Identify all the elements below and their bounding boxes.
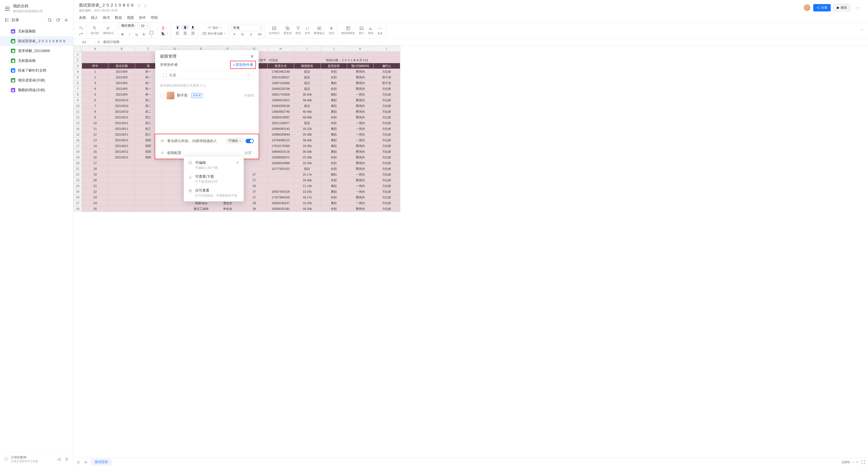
data-cell[interactable]: 两周内 [347, 74, 374, 80]
data-cell[interactable]: 方红昕 [374, 183, 400, 189]
member-checkbox[interactable] [160, 94, 164, 97]
data-cell[interactable]: 离职 [320, 97, 347, 103]
data-cell[interactable]: 在职 [320, 74, 347, 80]
data-cell[interactable]: 22-28k [294, 155, 320, 160]
data-cell[interactable]: 2021/8/12 [108, 143, 135, 149]
data-cell[interactable]: 4 [82, 86, 108, 92]
row-header[interactable]: 27 [74, 200, 82, 206]
data-cell[interactable]: 方红昕 [374, 200, 400, 206]
data-cell[interactable]: 27 [241, 178, 267, 183]
italic-button[interactable]: I [126, 30, 133, 38]
data-cell[interactable]: 16 [82, 155, 108, 160]
table-header-cell[interactable]: 期望薪资 [294, 63, 320, 69]
table-header-cell[interactable]: 面试日期 [108, 63, 135, 69]
refresh-icon[interactable] [56, 18, 60, 22]
add-sheet-icon[interactable] [84, 460, 88, 464]
table-header-cell[interactable]: 邀约人 [374, 63, 400, 69]
row-header[interactable]: 7 [74, 86, 82, 92]
menu-item[interactable]: 格式 [103, 15, 110, 20]
data-cell[interactable]: 17610178360 [267, 143, 294, 149]
data-cell[interactable]: 27 [241, 189, 267, 195]
doc-item[interactable]: ◆无标题脑图 [0, 26, 73, 36]
strike-button[interactable]: S [141, 30, 147, 38]
data-cell[interactable]: 23 [82, 195, 108, 200]
data-cell[interactable]: 方红昕 [374, 149, 400, 155]
data-cell[interactable]: 13777831422 [267, 166, 294, 172]
col-header[interactable]: B [108, 46, 135, 52]
data-cell[interactable]: 2021/8/10 [108, 97, 135, 103]
data-cell[interactable]: 方红昕 [374, 143, 400, 149]
validation-button[interactable]: 数据验证 [312, 26, 327, 36]
data-cell[interactable]: 18621742606 [267, 92, 294, 97]
align-right-button[interactable] [189, 31, 196, 36]
percent-button[interactable]: % [239, 32, 246, 36]
data-cell[interactable]: 一周内 [347, 172, 374, 178]
data-cell[interactable] [135, 178, 161, 183]
plus-icon[interactable] [64, 18, 68, 22]
font-size-select[interactable]: 10▾ [139, 23, 150, 29]
data-cell[interactable]: 方红昕 [374, 172, 400, 178]
data-cell[interactable]: 15 [82, 149, 108, 155]
data-cell[interactable]: 方红昕 [374, 195, 400, 200]
data-cell[interactable]: 一周内 [347, 132, 374, 137]
info-icon[interactable] [4, 457, 8, 462]
perm-config-label[interactable]: 权限配置 [167, 151, 181, 155]
data-cell[interactable] [161, 206, 188, 212]
split-cell-button[interactable]: 拆分单元格▾ [201, 31, 227, 36]
row-header[interactable]: 3 [74, 63, 82, 69]
table-header-cell[interactable]: 预计到岗时间 [347, 63, 374, 69]
data-cell[interactable]: 两周内 [347, 155, 374, 160]
data-cell[interactable] [135, 172, 161, 178]
data-cell[interactable]: 离职 [320, 109, 347, 115]
row-header[interactable]: 2 [74, 57, 82, 63]
row-header[interactable]: 14 [74, 126, 82, 132]
data-cell[interactable]: 28 [241, 200, 267, 206]
valign-bot-button[interactable] [189, 25, 196, 30]
more-toolbar-button[interactable]: ⋯更多 [376, 25, 384, 36]
data-cell[interactable]: 方红昕 [374, 155, 400, 160]
select-all-checkbox[interactable] [163, 73, 167, 77]
add-collaborator-button[interactable]: + 添加协作者 [233, 62, 253, 67]
dropdown-item[interactable]: 仅可查看仅可在线预览，不能复制或下载 [184, 186, 244, 200]
menu-icon[interactable] [5, 7, 10, 11]
data-cell[interactable]: 25 [241, 183, 267, 189]
data-cell[interactable]: 离职 [320, 137, 347, 143]
data-cell[interactable]: 15993258235 [267, 103, 294, 109]
data-cell[interactable] [267, 183, 294, 189]
data-cell[interactable]: 离职 [320, 132, 347, 137]
border-button[interactable]: ▾ [148, 30, 155, 38]
sheet-tab[interactable]: 面试安排 [91, 459, 112, 465]
data-cell[interactable]: 面议 [294, 74, 320, 80]
collaborator-search[interactable] [160, 70, 254, 80]
data-cell[interactable]: 方红昕 [374, 126, 400, 132]
search-input[interactable] [169, 73, 245, 77]
data-cell[interactable]: 2021/8/12 [108, 155, 135, 160]
menu-item[interactable]: 表格 [79, 15, 86, 20]
data-cell[interactable] [108, 195, 135, 200]
star-icon[interactable] [137, 4, 141, 7]
dropdown-item[interactable]: 可查看/下载可下载/复制/打印 [184, 172, 244, 186]
data-cell[interactable]: 方红昕 [374, 178, 400, 183]
zoom-value[interactable]: 100% [842, 460, 850, 464]
col-header[interactable]: I [294, 46, 320, 52]
data-cell[interactable]: 一周内 [347, 120, 374, 126]
row-header[interactable]: 15 [74, 132, 82, 137]
data-cell[interactable]: 2021/8/12 [108, 137, 135, 143]
underline-button[interactable]: U [133, 30, 140, 38]
row-header[interactable]: 26 [74, 195, 82, 200]
data-cell[interactable]: 方红昕 [374, 97, 400, 103]
menu-item[interactable]: 协作 [139, 15, 146, 20]
data-cell[interactable]: 2021/8/9 [108, 86, 135, 92]
dropdown-item[interactable]: 可编辑可编辑/上传/下载✓ [184, 158, 244, 172]
data-cell[interactable]: 18557542105 [267, 189, 294, 195]
data-cell[interactable] [241, 166, 267, 172]
data-cell[interactable]: 方红昕 [374, 120, 400, 126]
data-cell[interactable]: 方红昕 [374, 160, 400, 166]
menu-item[interactable]: 视图 [127, 15, 134, 20]
overflow-button[interactable]: 溢出▾ [201, 25, 227, 30]
data-cell[interactable] [135, 189, 161, 195]
data-cell[interactable]: 15-25k [294, 160, 320, 166]
data-cell[interactable]: 16606146157 [267, 200, 294, 206]
data-cell[interactable]: 离职 [320, 80, 347, 86]
data-cell[interactable]: 15558005572 [267, 155, 294, 160]
